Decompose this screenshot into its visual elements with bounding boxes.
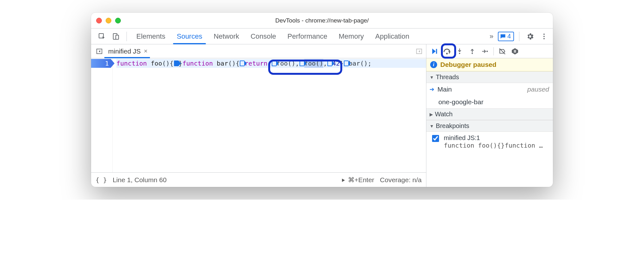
breakpoint-marker-icon[interactable]: [174, 61, 178, 66]
step-out-button[interactable]: [467, 46, 478, 57]
resume-button[interactable]: [429, 46, 440, 57]
breakpoints-section-header[interactable]: ▼ Breakpoints: [426, 120, 553, 132]
disclosure-triangle-icon: ▶: [430, 112, 433, 117]
disclosure-triangle-icon: ▼: [430, 75, 434, 80]
svg-point-9: [446, 53, 448, 54]
more-tabs-button[interactable]: »: [488, 29, 495, 44]
breakpoint-marker-icon[interactable]: [344, 61, 348, 66]
tab-application[interactable]: Application: [371, 29, 414, 44]
run-snippet-hint: ⌘+Enter: [340, 176, 374, 184]
separator: [493, 47, 494, 55]
code-line[interactable]: function foo(){}function bar(){return fo…: [116, 59, 426, 68]
cursor-position: Line 1, Column 60: [113, 176, 166, 184]
svg-point-3: [543, 34, 545, 35]
thread-row[interactable]: ➔ Main paused: [426, 83, 553, 96]
current-thread-arrow-icon: ➔: [430, 86, 434, 93]
editor-statusbar: { } Line 1, Column 60 ⌘+Enter Coverage: …: [91, 172, 426, 187]
deactivate-breakpoints-button[interactable]: [497, 46, 508, 57]
svg-point-10: [459, 53, 460, 54]
paused-banner: i Debugger paused: [426, 58, 553, 71]
titlebar: DevTools - chrome://new-tab-page/: [91, 13, 553, 29]
line-gutter: 1: [91, 58, 113, 172]
disclosure-triangle-icon: ▼: [430, 124, 434, 129]
info-icon: i: [430, 61, 437, 68]
main-tabstrip: Elements Sources Network Console Perform…: [91, 29, 553, 44]
tab-sources[interactable]: Sources: [172, 29, 207, 44]
tab-memory[interactable]: Memory: [334, 29, 368, 44]
thread-name: one-google-bar: [438, 98, 483, 106]
tab-elements[interactable]: Elements: [132, 29, 170, 44]
breakpoint-row[interactable]: minified JS:1 function foo(){}function …: [426, 132, 553, 152]
debugger-toolbar: [426, 44, 553, 58]
messages-count: 4: [507, 33, 511, 40]
messages-badge[interactable]: 4: [498, 32, 514, 41]
inspect-element-icon[interactable]: [96, 31, 108, 42]
pause-on-exceptions-button[interactable]: [510, 46, 520, 57]
step-into-button[interactable]: [454, 46, 465, 57]
breakpoint-marker-icon[interactable]: [300, 61, 304, 66]
breakpoint-marker-icon[interactable]: [240, 61, 244, 66]
tab-performance[interactable]: Performance: [283, 29, 332, 44]
tab-network[interactable]: Network: [209, 29, 244, 44]
thread-row[interactable]: one-google-bar: [426, 96, 553, 108]
source-file-tab[interactable]: minified JS ×: [104, 44, 150, 58]
navigator-toggle-icon[interactable]: [94, 46, 104, 56]
svg-point-11: [472, 53, 473, 54]
sources-panel: minified JS × 1 function foo(){}function…: [91, 44, 426, 187]
svg-rect-14: [515, 50, 516, 53]
source-file-name: minified JS: [108, 48, 141, 55]
svg-point-4: [543, 36, 545, 37]
svg-point-12: [486, 50, 488, 52]
debugger-toggle-icon[interactable]: [414, 46, 424, 56]
step-over-button[interactable]: [442, 46, 452, 57]
svg-rect-8: [436, 49, 437, 54]
separator: [127, 32, 127, 41]
thread-state: paused: [527, 86, 549, 93]
separator: [519, 32, 519, 41]
window-title: DevTools - chrome://new-tab-page/: [91, 17, 553, 24]
thread-name: Main: [437, 86, 452, 93]
close-window-button[interactable]: [96, 18, 102, 23]
breakpoint-marker-icon[interactable]: [272, 61, 276, 66]
breakpoint-label: minified JS:1: [444, 134, 543, 142]
paused-label: Debugger paused: [440, 61, 496, 68]
panel-body: minified JS × 1 function foo(){}function…: [91, 44, 553, 187]
breakpoint-checkbox[interactable]: [432, 135, 439, 142]
svg-rect-2: [116, 35, 119, 39]
window-controls: [96, 18, 121, 23]
kebab-menu-icon[interactable]: [538, 31, 550, 42]
breakpoint-marker-icon[interactable]: [327, 61, 332, 66]
code-editor[interactable]: 1 function foo(){}function bar(){return …: [91, 58, 426, 172]
zoom-window-button[interactable]: [115, 18, 121, 23]
breakpoint-snippet: function foo(){}function …: [444, 142, 543, 149]
svg-point-5: [543, 38, 545, 39]
coverage-status: Coverage: n/a: [380, 176, 422, 184]
execution-line-marker[interactable]: 1: [91, 59, 111, 68]
source-tab-row: minified JS ×: [91, 44, 426, 58]
devtools-window: DevTools - chrome://new-tab-page/ Elemen…: [91, 13, 553, 187]
code-content[interactable]: function foo(){}function bar(){return fo…: [113, 58, 426, 172]
settings-gear-icon[interactable]: [524, 31, 536, 42]
minimize-window-button[interactable]: [106, 18, 111, 23]
svg-rect-13: [514, 50, 515, 53]
debugger-pane: i Debugger paused ▼ Threads ➔ Main pause…: [426, 44, 553, 187]
tab-console[interactable]: Console: [246, 29, 281, 44]
watch-section-header[interactable]: ▶ Watch: [426, 108, 553, 120]
step-button[interactable]: [480, 46, 490, 57]
pretty-print-button[interactable]: { }: [96, 176, 107, 184]
close-tab-icon[interactable]: ×: [144, 48, 148, 55]
device-toolbar-icon[interactable]: [110, 31, 121, 42]
threads-section-header[interactable]: ▼ Threads: [426, 71, 553, 83]
